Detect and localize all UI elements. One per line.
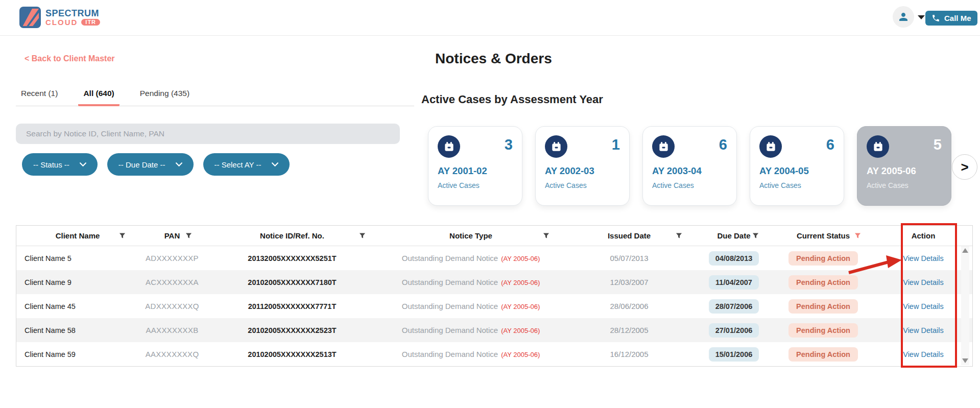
- phone-icon: [931, 14, 940, 22]
- assessment-year-label: AY 2001-02: [438, 165, 513, 177]
- assessment-year-label: AY 2002-03: [545, 165, 620, 177]
- cell-action: View Details: [874, 326, 972, 334]
- ay-cards-row: 3 AY 2001-02 Active Cases 1 AY 2002-03 A…: [428, 126, 951, 206]
- calendar-icon: [759, 135, 782, 158]
- active-cases-label: Active Cases: [759, 181, 834, 189]
- view-details-link[interactable]: View Details: [903, 302, 944, 310]
- filter-funnel-icon[interactable]: [119, 232, 126, 239]
- due-date-badge: 04/08/2013: [709, 251, 759, 266]
- page-title: Notices & Orders: [435, 51, 552, 67]
- status-badge: Pending Action: [788, 299, 858, 314]
- carousel-next-button[interactable]: >: [952, 154, 977, 180]
- notices-table: Client Name PAN Notice ID/Ref. No.: [16, 225, 973, 367]
- cell-notice-type: Outstanding Demand Notice(AY 2005-06): [379, 254, 563, 262]
- cell-due-date: 11/04/2007: [696, 275, 772, 290]
- filter-funnel-icon[interactable]: [854, 232, 861, 239]
- filter-dropdown-label: -- Status --: [33, 160, 69, 169]
- due-date-badge: 27/01/2006: [709, 323, 759, 338]
- ay-card[interactable]: 3 AY 2001-02 Active Cases: [428, 126, 522, 206]
- column-header: Client Name: [16, 231, 139, 240]
- column-header-label: Issued Date: [608, 231, 651, 240]
- calendar-icon: [867, 135, 889, 158]
- column-header-label: PAN: [164, 231, 180, 240]
- view-details-link[interactable]: View Details: [903, 326, 944, 334]
- logo-text-spectrum: SPECTRUM: [45, 9, 100, 18]
- status-badge: Pending Action: [788, 251, 858, 266]
- cell-pan: ACXXXXXXXA: [139, 278, 205, 286]
- search-input[interactable]: [16, 124, 400, 144]
- active-cases-label: Active Cases: [545, 181, 620, 189]
- filter-funnel-icon[interactable]: [676, 232, 682, 239]
- table-row: Client Name 59 AAXXXXXXXQ 20102005XXXXXX…: [16, 342, 972, 366]
- table-body: Client Name 5 ADXXXXXXXP 20132005XXXXXXX…: [16, 246, 972, 366]
- active-case-count: 5: [934, 135, 942, 155]
- tab[interactable]: Recent (1): [16, 87, 63, 106]
- column-header: Due Date: [696, 231, 772, 240]
- view-details-link[interactable]: View Details: [903, 350, 944, 358]
- cell-issued-date: 12/03/2007: [563, 278, 696, 286]
- ay-card[interactable]: 5 AY 2005-06 Active Cases: [857, 126, 951, 206]
- scroll-down-arrow-icon[interactable]: [962, 358, 968, 363]
- column-header: Issued Date: [563, 231, 696, 240]
- filter-funnel-icon[interactable]: [752, 232, 759, 239]
- tab-label: Pending (435): [140, 89, 189, 98]
- assessment-year-label: AY 2005-06: [867, 165, 942, 177]
- tab[interactable]: Pending (435): [135, 87, 195, 106]
- calendar-icon: [652, 135, 675, 158]
- notice-ay-tag: (AY 2005-06): [501, 279, 540, 286]
- notice-ay-tag: (AY 2005-06): [501, 255, 540, 262]
- filter-dropdown-label: -- Due Date --: [118, 160, 165, 169]
- chevron-down-icon: [80, 162, 86, 167]
- cell-current-status: Pending Action: [772, 347, 874, 362]
- cell-issued-date: 28/12/2005: [563, 326, 696, 334]
- cell-client-name: Client Name 5: [16, 254, 139, 262]
- ay-card[interactable]: 1 AY 2002-03 Active Cases: [535, 126, 630, 206]
- column-header-label: Notice Type: [449, 231, 492, 240]
- filter-dropdown[interactable]: -- Due Date --: [107, 153, 194, 176]
- active-cases-label: Active Cases: [867, 181, 942, 189]
- column-header-label: Due Date: [717, 231, 750, 240]
- chevron-down-icon: [272, 162, 278, 167]
- calendar-icon: [438, 135, 460, 158]
- table-row: Client Name 9 ACXXXXXXXA 20102005XXXXXXX…: [16, 270, 972, 294]
- view-details-link[interactable]: View Details: [903, 254, 944, 262]
- view-details-link[interactable]: View Details: [903, 278, 944, 286]
- column-header-label: Current Status: [797, 231, 850, 240]
- active-case-count: 1: [612, 135, 620, 155]
- app-logo: SPECTRUM CLOUD ITR: [19, 7, 100, 28]
- column-header: Action: [874, 231, 972, 240]
- due-date-badge: 28/07/2006: [709, 299, 759, 314]
- filter-dropdown[interactable]: -- Select AY --: [203, 153, 290, 176]
- active-cases-label: Active Cases: [652, 181, 727, 189]
- cell-notice-type: Outstanding Demand Notice(AY 2005-06): [379, 326, 563, 334]
- call-me-button[interactable]: Call Me: [925, 11, 977, 26]
- column-header-label: Action: [912, 231, 936, 240]
- filter-funnel-icon[interactable]: [185, 232, 192, 239]
- cell-pan: AAXXXXXXXB: [139, 326, 205, 334]
- filter-dropdown[interactable]: -- Status --: [22, 153, 98, 176]
- cell-notice-id: 20132005XXXXXXX5251T: [205, 254, 379, 262]
- top-header-bar: SPECTRUM CLOUD ITR Call Me: [0, 0, 980, 36]
- ay-card[interactable]: 6 AY 2004-05 Active Cases: [750, 126, 844, 206]
- ay-card[interactable]: 6 AY 2003-04 Active Cases: [642, 126, 737, 206]
- cell-current-status: Pending Action: [772, 275, 874, 290]
- filter-bar: -- Status -- -- Due Date -- -- Select AY…: [22, 153, 290, 176]
- active-case-count: 6: [826, 135, 834, 155]
- table-scrollbar[interactable]: [961, 246, 969, 365]
- back-to-client-master-link[interactable]: < Back to Client Master: [25, 54, 115, 63]
- cell-notice-id: 20102005XXXXXXX7180T: [205, 278, 379, 286]
- filter-funnel-icon[interactable]: [359, 232, 366, 239]
- cell-notice-id: 20102005XXXXXXX2523T: [205, 326, 379, 334]
- filter-funnel-icon[interactable]: [543, 232, 549, 239]
- profile-dropdown-caret[interactable]: [918, 15, 925, 19]
- user-avatar[interactable]: [893, 6, 914, 28]
- scroll-up-arrow-icon[interactable]: [962, 248, 968, 253]
- tab[interactable]: All (640): [78, 87, 119, 106]
- cell-client-name: Client Name 9: [16, 278, 139, 286]
- cell-action: View Details: [874, 254, 972, 262]
- column-header: Notice Type: [379, 231, 563, 240]
- cell-client-name: Client Name 58: [16, 326, 139, 334]
- cell-action: View Details: [874, 302, 972, 310]
- calendar-icon: [545, 135, 567, 158]
- cell-action: View Details: [874, 350, 972, 358]
